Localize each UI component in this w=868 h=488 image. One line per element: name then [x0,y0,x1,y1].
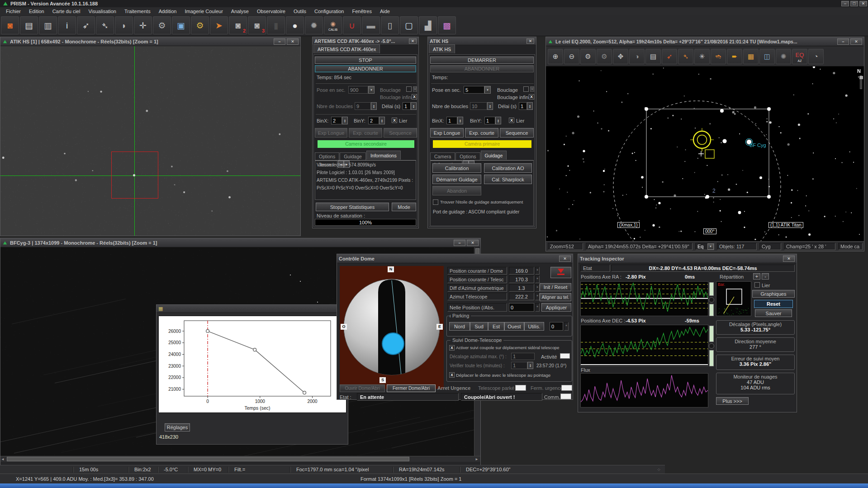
parking-ouest-button[interactable]: Ouest [504,322,524,331]
zoom-out-icon[interactable]: ⊖ [564,49,579,64]
sky-titlebar[interactable]: Le ciel EQ.2000, Zoom=512, Alpha= 19h24m… [546,37,864,46]
magnet-icon[interactable]: ∪ [343,16,361,34]
decalage-azimutal-value[interactable]: 1 [511,353,535,360]
lier-checkbox[interactable] [754,282,760,288]
pose-dropdown[interactable]: ▼ [484,86,491,94]
menu-fichier[interactable]: Fichier [2,8,25,14]
dome-icon[interactable]: ◗ [115,16,133,34]
nbre-value[interactable]: 9 [355,102,371,110]
stairs-icon[interactable]: ▟ [419,16,437,34]
ra-slider-bottom[interactable] [709,304,714,316]
minimize-button[interactable]: – [837,38,849,45]
delai-value[interactable]: 1 [519,102,527,110]
graph-titlebar[interactable]: ▦ – [157,305,348,313]
close-button[interactable]: ✕ [409,38,417,44]
parking-est-button[interactable]: Est [488,322,504,331]
slew-icon[interactable]: ➴ [96,16,114,34]
close-button[interactable]: ✕ [783,256,795,262]
tools-icon[interactable]: ⚙ [153,16,171,34]
tab-camera[interactable]: Camera [430,152,455,161]
reset-button[interactable]: Reset [754,300,793,308]
abandon-button[interactable]: Abandon [432,186,481,195]
cal-sharplock-button[interactable]: Cal. Sharplock [484,175,532,184]
sequence-button[interactable]: Sequence [500,128,534,137]
parking-utilis-button[interactable]: Utilis. [524,322,544,331]
focus-cross-icon[interactable]: ✛ [134,16,152,34]
scroll-left-arrow[interactable]: ◄ [1,457,5,461]
parking-sud-button[interactable]: Sud [470,322,488,331]
map-slider-thumb[interactable] [859,76,863,79]
bouclage-clear-button[interactable]: ✕ [413,86,417,92]
sky-map-view[interactable]: BF Cyg 2 (Xmax,1) 000° (1,1) ATIK Titan … [546,66,864,241]
screen-icon[interactable]: ▣ [172,16,190,34]
close-button[interactable]: ✕ [559,256,571,262]
menu-observatoire[interactable]: Observatoire [253,8,289,14]
capture-icon[interactable]: ◫ [759,49,775,64]
zoom-in-icon[interactable]: ⊕ [548,49,563,64]
center-icon[interactable]: ✳ [694,49,710,64]
abandonner-button[interactable]: ABANDONNER [430,65,534,72]
dec-slider-bottom[interactable] [709,350,714,366]
tab-options[interactable]: Options [455,152,480,161]
delai-value[interactable]: 1 [403,102,411,110]
bouclage-infini-checkbox[interactable]: X [529,94,534,99]
atik-image-canvas[interactable] [0,46,300,236]
lier-checkbox[interactable]: X [509,118,514,123]
calib-disk-icon[interactable]: ◉CALIB [324,16,342,34]
close-button[interactable]: ✕ [850,38,862,45]
bouclage-clear-button[interactable]: ✕ [530,86,534,92]
nbre-spinner[interactable]: ▲▼ [487,102,493,110]
biny-value[interactable]: 1 [484,117,495,124]
atikhs-tab[interactable]: ATIK HS [429,44,455,53]
menu-carte-du-ciel[interactable]: Carte du ciel [48,8,85,14]
binx-value[interactable]: 2 [331,117,342,124]
camera-acquisition-icon[interactable]: ◙ [1,16,19,34]
scroll-right-arrow[interactable]: ► [475,457,479,461]
star-select-icon[interactable]: ➶ [77,16,95,34]
pale-panel-icon[interactable]: ▢ [400,16,418,34]
eqaz-toggle-icon[interactable]: EQAZ [792,49,807,64]
binx-spinner[interactable]: ▲▼ [457,117,463,124]
atik-image-titlebar[interactable]: ATIK HS [1] | 658x492 - Monochrome - Rée… [0,37,300,46]
ra-slider-knob[interactable] [709,297,714,303]
sauver-button[interactable]: Sauver [755,309,792,317]
color-image-icon[interactable]: ▩ [438,16,456,34]
info-icon[interactable]: i [58,16,76,34]
exp-courte-button[interactable]: Exp. courte [465,128,498,137]
resize-grip[interactable]: ⁘ [657,467,661,473]
tab-guidage[interactable]: Guidage [481,151,507,160]
menu-edition[interactable]: Edition [25,8,48,14]
menu-traitements[interactable]: Traitements [120,8,155,14]
pose-value[interactable]: 5 [464,86,484,94]
gears-icon[interactable]: ⚙ [580,49,596,64]
menu-outils[interactable]: Outils [289,8,310,14]
nbre-spinner[interactable]: ▲▼ [371,102,377,110]
telescope-icon[interactable]: ➤ [210,16,228,34]
tab-guidage[interactable]: Guidage [340,152,366,161]
exp-longue-button[interactable]: Exp Longue [315,128,347,137]
zoom-plus-button[interactable]: + [753,273,760,280]
calibration-button[interactable]: Calibration [432,163,481,173]
demarrer-guidage-button[interactable]: Démarrer Guidage [432,175,481,184]
stopper-statistiques-button[interactable]: Stopper Statistiques [316,203,389,211]
dark-frame-icon[interactable]: ▮ [267,16,285,34]
mode-button[interactable]: Mode [392,203,416,211]
bouclage-checkbox[interactable] [406,86,412,92]
binx-value[interactable]: 1 [446,117,457,124]
dec-slider-knob[interactable] [709,343,714,349]
exp-courte-button[interactable]: Exp. courte [349,128,382,137]
nelle-position-value[interactable]: 0 [509,303,534,312]
plus-button[interactable]: Plus >>> [716,397,749,405]
verifier-spinner[interactable]: ▲▼ [527,362,533,369]
binx-spinner[interactable]: ▲▼ [342,117,348,124]
menu-analyse[interactable]: Analyse [227,8,253,14]
tab-informations[interactable]: Informations [366,151,401,160]
graphiques-button[interactable]: Graphiques [752,290,795,298]
lier-checkbox[interactable]: X [392,118,397,123]
horizontal-scrollbar[interactable]: ◄ ► [0,456,480,462]
eq-dropdown-arrow[interactable]: ▼ [707,243,714,250]
deplacer-checkbox[interactable]: X [449,372,455,378]
menu-fen-tres[interactable]: Fenêtres [348,8,375,14]
suivi-checkbox[interactable]: X [449,345,455,351]
aligner-button[interactable]: Aligner au tel. [540,293,571,301]
